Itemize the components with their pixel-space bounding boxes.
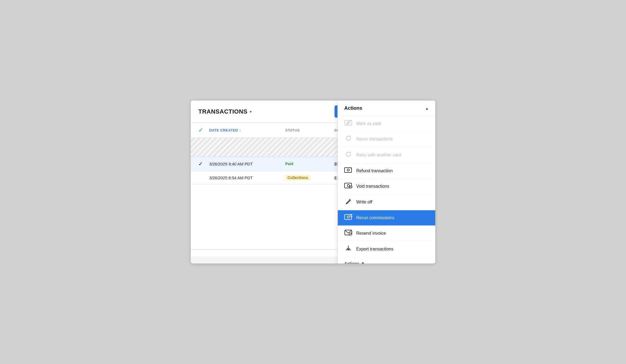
checkbox-checked-icon: ✓ [198,127,203,134]
col-date-label: DATE CREATED [209,128,238,132]
export-transactions-label: Export transactions [356,247,393,252]
mark-paid-label: Mark as paid [356,121,381,126]
rerun-transactions-label: Rerun transactions [356,137,393,142]
page-title: TRANSACTIONS [198,108,248,115]
select-all-checkbox[interactable]: ✓ [198,127,209,134]
retry-card-label: Retry with another card [356,153,401,158]
dropdown-chevron-icon[interactable]: ▲ [425,106,429,111]
resend-invoice-label: Resend invoice [356,231,386,236]
col-header-date[interactable]: DATE CREATED ↓ [209,128,285,132]
title-chevron-icon[interactable]: ▾ [250,109,252,114]
retry-card-icon [344,151,352,159]
row2-date: 3/26/2025 8:54 AM PDT [209,175,285,180]
main-container: TRANSACTIONS ▾ + + New Transaction Actio… [191,101,435,263]
menu-item-export-transactions[interactable]: Export transactions [338,241,435,257]
dropdown-title: Actions [344,105,362,111]
status-badge-paid: Paid [285,161,293,167]
menu-item-rerun-commissions[interactable]: Rerun commissions [338,210,435,226]
row1-status: Paid [285,161,334,167]
dropdown-bottom-chevron-icon: ▼ [361,261,365,263]
sort-desc-icon: ↓ [239,128,241,132]
menu-item-write-off[interactable]: Write off [338,194,435,210]
svg-point-4 [347,169,349,171]
mark-paid-icon [344,120,352,127]
menu-item-void-transactions[interactable]: Void transactions [338,179,435,194]
title-area: TRANSACTIONS ▾ [198,108,329,115]
rerun-commissions-label: Rerun commissions [356,215,394,220]
menu-item-resend-invoice[interactable]: Resend invoice [338,226,435,241]
col-status-label: STATUS [285,128,300,132]
export-transactions-icon [344,245,352,253]
col-header-status[interactable]: STATUS [285,128,334,132]
resend-invoice-icon [344,230,352,237]
row1-checkbox[interactable]: ✓ [198,161,209,167]
row1-date: 3/26/2025 9:40 AM PDT [209,162,285,166]
menu-item-retry-card[interactable]: Retry with another card [338,147,435,163]
rerun-transactions-icon [344,135,352,143]
void-transactions-label: Void transactions [356,184,389,189]
dropdown-bottom-label: Actions [344,261,359,263]
svg-point-11 [347,216,349,218]
refund-transaction-label: Refund transaction [356,168,393,173]
write-off-label: Write off [356,200,372,205]
menu-item-refund-transaction[interactable]: - Refund transaction [338,163,435,179]
row2-status: Collections [285,175,334,180]
menu-item-mark-paid[interactable]: Mark as paid [338,116,435,131]
void-transactions-icon [344,183,352,190]
status-badge-collections: Collections [285,175,310,180]
rerun-commissions-icon [344,214,352,222]
svg-text:-: - [350,167,351,170]
actions-dropdown: Actions ▲ Mark as paid Rerun tr [337,101,435,263]
menu-item-rerun-transactions[interactable]: Rerun transactions [338,131,435,147]
write-off-icon [344,198,352,206]
row1-check-icon: ✓ [198,161,203,167]
svg-point-7 [347,184,349,187]
dropdown-bottom-actions[interactable]: Actions ▼ [338,257,435,263]
dropdown-header: Actions ▲ [338,101,435,116]
refund-transaction-icon: - [344,167,352,175]
svg-line-2 [346,120,351,125]
